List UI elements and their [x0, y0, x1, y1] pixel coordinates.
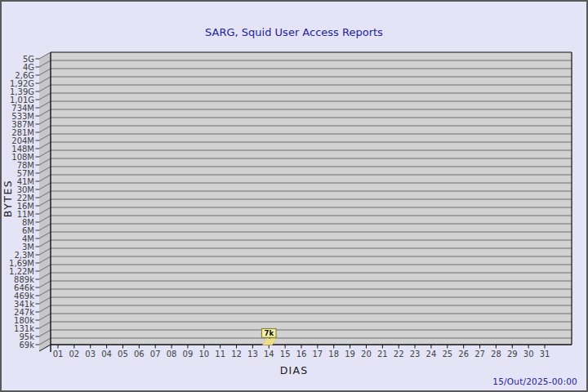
x-tick-label: 06	[134, 350, 145, 359]
y-tick-label: 69k	[19, 341, 34, 350]
x-tick-label: 05	[118, 350, 128, 359]
y-axis-title: BYTES	[2, 180, 14, 218]
x-tick-label: 07	[150, 350, 161, 359]
x-tick-label: 28	[491, 350, 501, 359]
x-tick-label: 25	[442, 350, 452, 359]
plot-area	[51, 52, 572, 345]
x-tick-label: 13	[247, 350, 258, 359]
sarg-report-page: SARG, Squid User Access Reports Período:…	[0, 0, 588, 392]
x-tick-label: 29	[507, 350, 518, 359]
x-tick-label: 19	[345, 350, 355, 359]
x-tick-label: 21	[377, 350, 388, 359]
x-tick-label: 16	[296, 350, 307, 359]
generation-timestamp: 15/Out/2025-00:00	[492, 376, 577, 386]
x-tick-label: 14	[264, 350, 274, 359]
x-tick-label: 20	[361, 350, 372, 359]
x-tick-label: 12	[231, 350, 242, 359]
x-tick-label: 23	[410, 350, 421, 359]
x-tick-label: 01	[53, 350, 64, 359]
x-tick-label: 08	[167, 350, 177, 359]
x-tick-label: 17	[313, 350, 323, 359]
x-tick-label: 27	[474, 350, 485, 359]
bytes-per-day-bar-chart: 5G4G2,6G1,92G1,39G1,01G734M533M387M281M2…	[0, 0, 588, 392]
x-tick-label: 10	[198, 350, 209, 359]
x-tick-label: 26	[458, 350, 469, 359]
bar-value-label: 7k	[264, 329, 274, 337]
x-tick-label: 31	[540, 350, 550, 359]
x-tick-label: 11	[215, 350, 225, 359]
x-tick-label: 03	[85, 350, 96, 359]
x-tick-label: 24	[426, 350, 437, 359]
x-tick-label: 04	[101, 350, 112, 359]
x-tick-label: 18	[328, 350, 339, 359]
x-tick-label: 15	[280, 350, 291, 359]
x-tick-label: 22	[394, 350, 404, 359]
x-axis-title: DIAS	[280, 364, 309, 376]
x-tick-label: 09	[183, 350, 194, 359]
x-tick-label: 02	[69, 350, 79, 359]
x-tick-label: 30	[523, 350, 534, 359]
